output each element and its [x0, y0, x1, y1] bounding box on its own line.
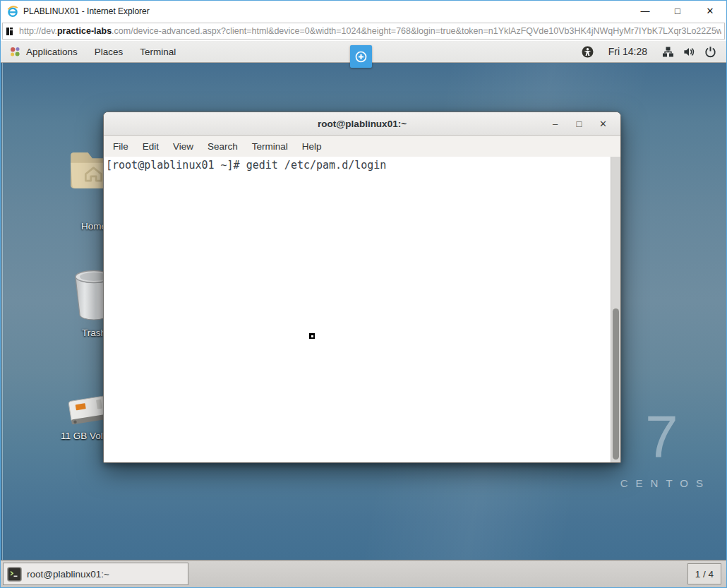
address-input[interactable]: http://dev.practice-labs.com/device-adva… [2, 23, 725, 40]
terminal-titlebar[interactable]: root@plablinux01:~ – □ ✕ [104, 112, 620, 136]
centos-watermark: 7 CENTOS [613, 407, 711, 489]
panel-status-area: Fri 14:28 [582, 46, 726, 58]
menu-item-file[interactable]: File [106, 136, 136, 157]
browser-window: PLABLINUX01 - Internet Explorer — □ ✕ ht… [0, 0, 727, 588]
terminal-minimize-button[interactable]: – [548, 116, 563, 131]
close-button[interactable]: ✕ [694, 1, 726, 21]
power-icon[interactable] [704, 46, 716, 58]
centos-wordmark: CENTOS [613, 477, 711, 489]
panel-menus: Applications Places Terminal [1, 41, 184, 62]
terminal-content[interactable]: [root@plablinux01 ~]# gedit /etc/pam.d/l… [104, 157, 620, 462]
gnome-taskbar: root@plablinux01:~ 1 / 4 [1, 560, 726, 587]
terminal-window: root@plablinux01:~ – □ ✕ File Edit View … [103, 112, 621, 463]
accessibility-icon[interactable] [582, 46, 594, 58]
toolbar-toggle-button[interactable] [350, 45, 372, 68]
ie-logo-icon [6, 5, 19, 18]
ie-titlebar: PLABLINUX01 - Internet Explorer — □ ✕ [1, 1, 726, 21]
volume-icon[interactable] [683, 46, 695, 58]
centos-7-numeral: 7 [613, 407, 711, 466]
url-path: .com/device-advanced.aspx?client=html&de… [112, 26, 721, 36]
menu-item-view[interactable]: View [166, 136, 200, 157]
terminal-title: root@plablinux01:~ [104, 119, 620, 129]
site-favicon-icon [6, 27, 15, 36]
mouse-cursor [309, 333, 315, 339]
terminal-app-menu[interactable]: Terminal [131, 41, 184, 62]
maximize-button[interactable]: □ [661, 1, 694, 21]
terminal-close-button[interactable]: ✕ [596, 116, 611, 131]
plus-icon [355, 51, 367, 63]
window-title: PLABLINUX01 - Internet Explorer [23, 6, 150, 16]
workspace-pager[interactable]: 1 / 4 [687, 563, 721, 584]
applications-icon [9, 46, 21, 58]
terminal-prompt-line: [root@plablinux01 ~]# gedit /etc/pam.d/l… [104, 157, 620, 172]
url-domain: practice-labs [57, 26, 112, 36]
applications-label: Applications [26, 47, 78, 57]
url-scheme: http://dev. [19, 26, 57, 36]
desktop-edge-highlight [2, 63, 3, 560]
task-button-terminal[interactable]: root@plablinux01:~ [3, 563, 188, 585]
terminal-window-icon [7, 567, 22, 582]
menu-item-terminal[interactable]: Terminal [245, 136, 295, 157]
places-menu[interactable]: Places [86, 41, 132, 62]
address-bar: http://dev.practice-labs.com/device-adva… [1, 21, 726, 41]
terminal-menubar: File Edit View Search Terminal Help [104, 136, 620, 157]
terminal-window-controls: – □ ✕ [548, 116, 620, 131]
task-label: root@plablinux01:~ [27, 569, 109, 580]
scrollbar-thumb[interactable] [613, 308, 619, 460]
network-icon[interactable] [662, 46, 674, 58]
menu-item-search[interactable]: Search [200, 136, 245, 157]
menu-item-help[interactable]: Help [295, 136, 329, 157]
minimize-button[interactable]: — [629, 1, 661, 21]
url-text: http://dev.practice-labs.com/device-adva… [19, 26, 721, 36]
places-label: Places [95, 47, 124, 57]
panel-clock[interactable]: Fri 14:28 [603, 46, 653, 57]
terminal-scrollbar[interactable] [611, 157, 620, 462]
menu-item-edit[interactable]: Edit [136, 136, 166, 157]
applications-menu[interactable]: Applications [1, 41, 86, 62]
terminal-maximize-button[interactable]: □ [572, 116, 587, 131]
terminal-menu-label: Terminal [140, 47, 176, 57]
ie-window-controls: — □ ✕ [629, 1, 726, 21]
